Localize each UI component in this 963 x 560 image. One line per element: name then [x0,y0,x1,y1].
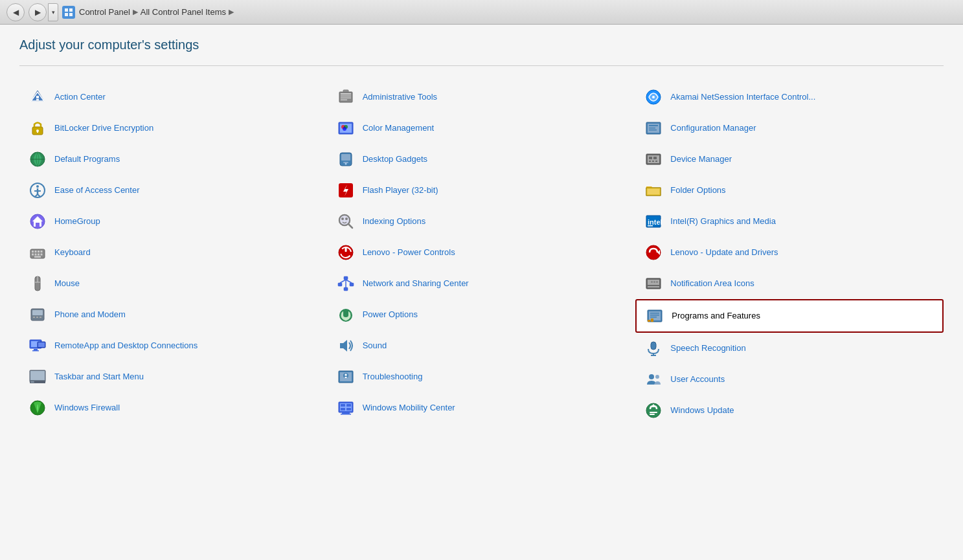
cp-item-network[interactable]: Network and Sharing Center [328,268,636,299]
cp-item-notif-icons[interactable]: Notification Area Icons [635,268,944,299]
svg-rect-28 [35,254,37,256]
svg-rect-53 [341,98,351,99]
remoteapp-icon [27,335,48,356]
svg-rect-123 [651,281,653,283]
cp-item-mouse[interactable]: Mouse [19,268,328,299]
cp-item-user-accounts[interactable]: User Accounts [635,364,944,395]
svg-rect-10 [37,131,38,133]
cp-item-taskbar[interactable]: Taskbar and Start Menu [19,361,328,392]
cp-item-bitlocker[interactable]: BitLocker Drive Encryption [19,113,328,144]
default-programs-label: Default Programs [54,154,120,165]
lenovo-power-label: Lenovo - Power Controls [363,247,455,258]
cp-item-akamai[interactable]: Akamai NetSession Interface Control... [635,82,944,113]
svg-rect-62 [341,154,350,161]
network-icon [335,273,356,294]
taskbar-label: Taskbar and Start Menu [54,372,144,383]
svg-rect-37 [36,317,38,318]
intel-graphics-label: Intel(R) Graphics and Media [670,216,776,227]
forward-button[interactable]: ▶ [28,3,47,21]
cp-item-windows-firewall[interactable]: Windows Firewall [19,392,328,423]
user-accounts-icon [643,369,664,390]
svg-rect-91 [341,404,345,407]
svg-rect-23 [32,251,34,252]
admin-tools-label: Administrative Tools [363,92,437,103]
svg-rect-122 [653,281,655,283]
svg-rect-87 [345,374,346,376]
cp-item-indexing[interactable]: Indexing Options [328,206,636,237]
cp-item-desktop-gadgets[interactable]: Desktop Gadgets [328,144,636,175]
svg-rect-38 [40,317,41,318]
svg-rect-128 [650,315,659,316]
cp-item-troubleshoot[interactable]: Troubleshooting [328,361,636,392]
svg-rect-94 [346,408,351,410]
indexing-icon [335,211,356,232]
back-button[interactable]: ◀ [6,3,25,21]
cp-item-homegroup[interactable]: HomeGroup [19,206,328,237]
column-2: Administrative Tools Color Management [328,82,636,426]
svg-rect-26 [41,251,43,252]
cp-item-color-mgmt[interactable]: Color Management [328,113,636,144]
speech-icon [643,338,664,359]
notif-icons-label: Notification Area Icons [670,278,754,289]
action-center-icon [27,87,48,107]
svg-rect-55 [343,90,348,92]
cp-item-win-update[interactable]: Windows Update [635,395,944,426]
indexing-label: Indexing Options [363,216,426,227]
cp-item-folder-options[interactable]: Folder Options [635,175,944,206]
main-content: Adjust your computer's settings Action C… [0,25,963,560]
action-center-label: Action Center [54,92,106,103]
svg-rect-54 [341,100,347,101]
page-title: Adjust your computer's settings [19,38,944,52]
cp-item-keyboard[interactable]: Keyboard [19,237,328,268]
cp-item-phone-modem[interactable]: Phone and Modem [19,299,328,330]
windows-firewall-label: Windows Firewall [54,403,120,414]
cp-item-programs-features[interactable]: Programs and Features [635,299,944,333]
cp-icon [62,6,75,19]
cp-item-lenovo-power[interactable]: Lenovo - Power Controls [328,237,636,268]
config-mgr-label: Configuration Manager [670,123,756,134]
svg-rect-96 [341,414,351,415]
svg-rect-3 [69,13,73,16]
cp-item-ease-access[interactable]: Ease of Access Center [19,175,328,206]
svg-point-135 [649,374,654,379]
remoteapp-label: RemoteApp and Desktop Connections [54,341,198,352]
cp-item-default-programs[interactable]: Default Programs [19,144,328,175]
svg-rect-46 [30,371,45,380]
svg-rect-24 [35,251,37,252]
win-update-label: Windows Update [670,405,734,416]
cp-item-intel-graphics[interactable]: intel Intel(R) Graphics and Media [635,206,944,237]
troubleshoot-icon [335,366,356,387]
recent-pages-button[interactable]: ▾ [48,3,58,21]
cp-item-lenovo-update[interactable]: Lenovo - Update and Drivers [635,237,944,268]
bitlocker-label: BitLocker Drive Encryption [54,123,153,134]
svg-rect-102 [649,125,658,126]
cp-item-win-mobility[interactable]: Windows Mobility Center [328,392,636,423]
svg-point-136 [655,375,659,379]
breadcrumb-control-panel[interactable]: Control Panel [79,7,130,17]
svg-rect-78 [344,287,348,291]
cp-item-sound[interactable]: Sound [328,330,636,361]
cp-item-action-center[interactable]: Action Center [19,82,328,113]
svg-rect-92 [346,404,351,407]
cp-item-device-mgr[interactable]: Device Manager [635,144,944,175]
svg-rect-93 [341,408,345,410]
cp-item-remoteapp[interactable]: RemoteApp and Desktop Connections [19,330,328,361]
svg-rect-48 [30,381,34,383]
svg-rect-127 [650,313,659,314]
cp-item-speech[interactable]: Speech Recognition [635,333,944,364]
cp-item-power[interactable]: Power Options [328,299,636,330]
cp-item-flash[interactable]: Flash Player (32-bit) [328,175,636,206]
phone-modem-label: Phone and Modem [54,309,126,320]
svg-rect-121 [656,281,658,283]
svg-rect-95 [342,412,350,414]
breadcrumb-all-items[interactable]: All Control Panel Items [141,7,226,17]
admin-tools-icon [335,87,356,107]
keyboard-icon [27,242,48,263]
cp-item-config-mgr[interactable]: Configuration Manager [635,113,944,144]
cp-item-admin-tools[interactable]: Administrative Tools [328,82,636,113]
svg-line-80 [346,280,352,283]
device-mgr-icon [643,149,664,170]
svg-rect-76 [338,283,342,286]
sound-label: Sound [363,341,387,352]
intel-graphics-icon: intel [643,211,664,232]
